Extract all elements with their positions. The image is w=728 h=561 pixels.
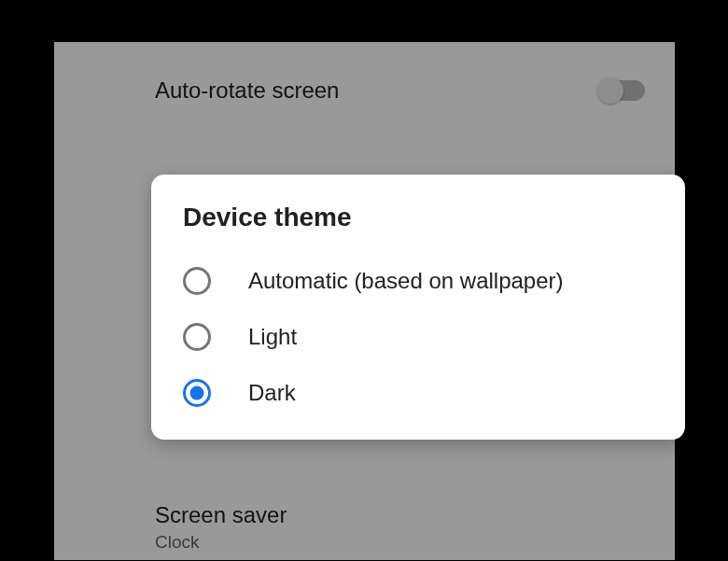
radio-icon-selected [183,379,211,407]
radio-icon [183,323,211,351]
theme-option-light[interactable]: Light [151,309,685,365]
theme-option-label: Automatic (based on wallpaper) [248,268,564,294]
dialog-title: Device theme [151,198,685,253]
theme-option-automatic[interactable]: Automatic (based on wallpaper) [151,253,685,309]
theme-option-label: Dark [248,380,296,406]
radio-icon [183,267,211,295]
settings-screen: Auto-rotate screen Screen saver Clock De… [54,42,675,560]
theme-option-dark[interactable]: Dark [151,365,685,421]
theme-option-label: Light [248,324,297,350]
device-theme-dialog: Device theme Automatic (based on wallpap… [151,175,685,440]
